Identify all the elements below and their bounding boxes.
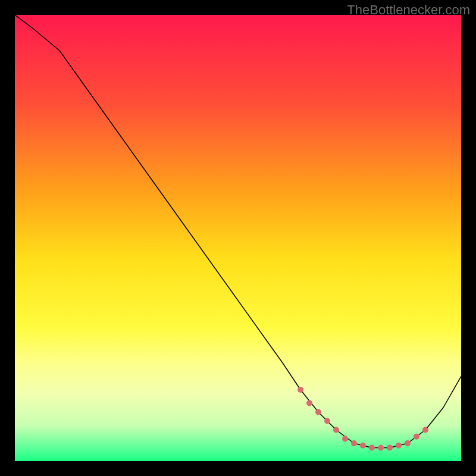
sampled-dot: [387, 445, 393, 451]
sampled-dot: [351, 440, 357, 446]
sampled-dot: [306, 400, 312, 406]
plot-area: [15, 15, 461, 461]
sampled-dot: [378, 445, 384, 451]
watermark-label: TheBottlenecker.com: [347, 2, 470, 18]
sampled-dot: [396, 443, 402, 449]
sampled-dot: [324, 418, 330, 424]
sampled-dot: [342, 436, 348, 442]
sampled-dot: [333, 427, 339, 433]
sampled-dot: [414, 434, 419, 440]
sampled-dot: [405, 440, 411, 446]
sampled-dot: [422, 427, 428, 433]
sampled-dot: [298, 387, 303, 393]
chart-svg: [15, 15, 461, 461]
sampled-dot: [360, 443, 366, 449]
sampled-dot: [315, 409, 321, 415]
sampled-dot: [369, 445, 375, 451]
chart-frame: TheBottlenecker.com: [0, 0, 476, 476]
